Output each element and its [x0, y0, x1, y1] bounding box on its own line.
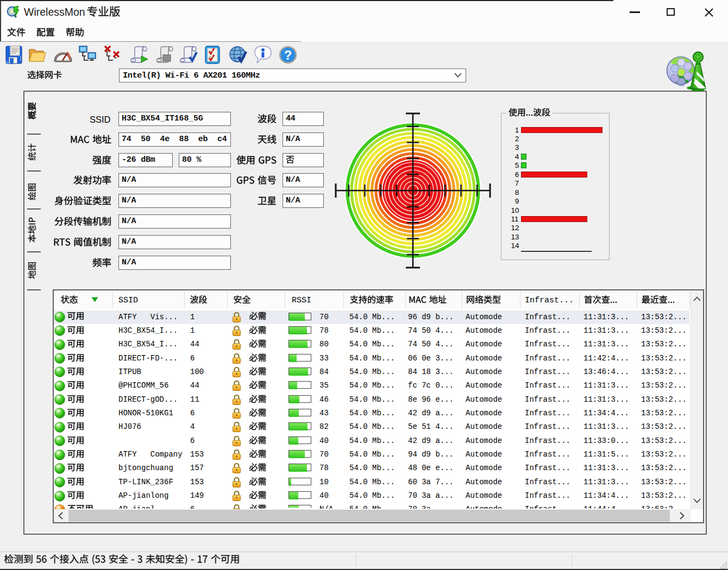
svg-text:?: ?	[284, 48, 292, 62]
